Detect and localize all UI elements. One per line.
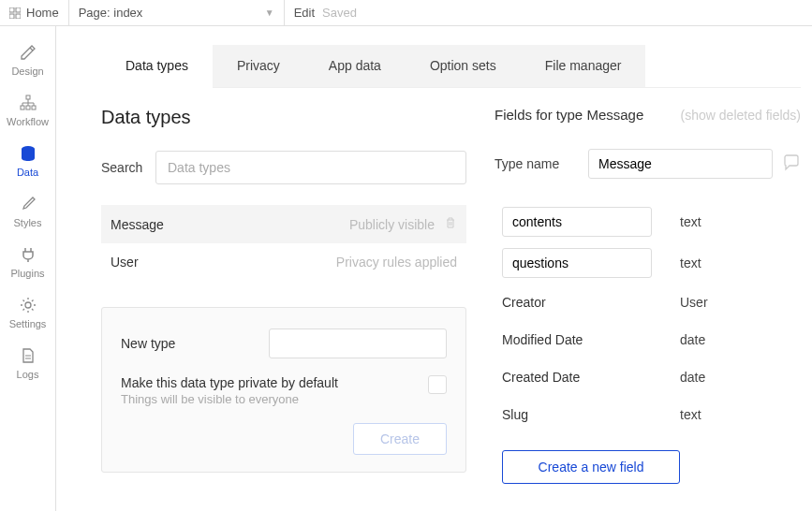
field-row: text <box>495 242 801 284</box>
sidebar-item-styles[interactable]: Styles <box>0 187 56 238</box>
svg-rect-2 <box>9 14 14 19</box>
comment-icon[interactable] <box>782 153 801 175</box>
page-label: Page: index <box>79 6 143 20</box>
sitemap-icon <box>19 94 37 112</box>
sidebar-item-label: Settings <box>9 318 47 329</box>
type-status: Privacy rules applied <box>336 255 457 270</box>
sidebar-item-data[interactable]: Data <box>0 137 56 187</box>
field-name-input[interactable] <box>502 207 652 237</box>
type-row-message[interactable]: Message Publicly visible <box>101 205 466 243</box>
trash-icon[interactable] <box>444 216 457 232</box>
saved-status: Saved <box>315 6 357 20</box>
sidebar-item-workflow[interactable]: Workflow <box>0 86 56 137</box>
field-type: text <box>680 407 701 422</box>
sidebar-item-plugins[interactable]: Plugins <box>0 238 56 288</box>
new-type-label: New type <box>121 336 175 351</box>
sidebar-item-label: Styles <box>14 217 42 228</box>
show-deleted-link[interactable]: (show deleted fields) <box>681 108 801 123</box>
brush-icon <box>19 195 37 213</box>
sidebar: Design Workflow Data Styles Plugins Sett… <box>0 26 56 511</box>
field-name: Created Date <box>502 364 661 390</box>
tab-file-manager[interactable]: File manager <box>521 45 646 87</box>
private-hint: Things will be visible to everyone <box>121 392 338 406</box>
field-name: Creator <box>502 289 661 315</box>
home-label: Home <box>26 6 59 20</box>
plug-icon <box>19 245 37 264</box>
home-button[interactable]: Home <box>0 0 69 26</box>
svg-rect-0 <box>9 7 14 12</box>
field-row: Creator User <box>495 284 801 321</box>
page-selector[interactable]: Page: index ▼ <box>69 0 285 26</box>
tabs: Data types Privacy App data Option sets … <box>101 45 801 88</box>
field-name-input[interactable] <box>502 248 652 278</box>
fields-title: Fields for type Message <box>495 107 643 123</box>
chevron-down-icon: ▼ <box>265 7 274 18</box>
svg-point-9 <box>25 302 31 308</box>
file-icon <box>19 346 37 365</box>
sidebar-item-label: Data <box>17 167 38 178</box>
svg-rect-1 <box>16 7 21 12</box>
tab-data-types[interactable]: Data types <box>101 45 213 88</box>
type-status: Publicly visible <box>349 217 435 232</box>
field-type: text <box>680 256 701 270</box>
create-button[interactable]: Create <box>353 423 447 455</box>
private-label: Make this data type private by default <box>121 375 338 390</box>
field-type: text <box>680 214 701 229</box>
sidebar-item-label: Workflow <box>7 116 49 127</box>
sidebar-item-logs[interactable]: Logs <box>0 339 56 389</box>
gear-icon <box>19 296 37 314</box>
private-checkbox[interactable] <box>428 375 447 394</box>
field-name: Slug <box>502 402 661 428</box>
tab-option-sets[interactable]: Option sets <box>406 45 521 87</box>
edit-label: Edit <box>294 6 315 20</box>
sidebar-item-settings[interactable]: Settings <box>0 288 56 339</box>
grid-icon <box>9 7 21 19</box>
field-row: Created Date date <box>495 358 801 396</box>
search-input[interactable] <box>155 151 466 184</box>
sidebar-item-label: Plugins <box>10 268 44 279</box>
tab-app-data[interactable]: App data <box>304 45 406 87</box>
new-type-input[interactable] <box>269 328 447 358</box>
field-type: date <box>680 370 705 385</box>
database-icon <box>19 144 37 163</box>
svg-rect-5 <box>21 106 24 110</box>
svg-rect-3 <box>16 14 21 19</box>
svg-rect-7 <box>32 106 36 110</box>
page-title: Data types <box>101 107 466 128</box>
type-name-label: Type name <box>495 156 579 171</box>
field-type: date <box>680 332 705 347</box>
svg-rect-4 <box>26 95 30 99</box>
create-field-button[interactable]: Create a new field <box>502 450 680 484</box>
pencil-ruler-icon <box>19 43 37 62</box>
field-row: Slug text <box>495 396 801 433</box>
sidebar-item-label: Logs <box>17 369 39 380</box>
tab-privacy[interactable]: Privacy <box>213 45 304 87</box>
field-row: text <box>495 201 801 242</box>
edit-button[interactable]: Edit Saved <box>285 0 366 26</box>
type-name-input[interactable] <box>588 149 773 179</box>
search-label: Search <box>101 160 155 175</box>
sidebar-item-design[interactable]: Design <box>0 36 56 86</box>
svg-rect-6 <box>26 106 30 110</box>
field-row: Modified Date date <box>495 321 801 358</box>
type-name: User <box>111 255 139 270</box>
new-type-panel: New type Make this data type private by … <box>101 307 466 473</box>
field-type: User <box>680 295 708 310</box>
sidebar-item-label: Design <box>11 66 43 77</box>
type-name: Message <box>111 217 164 232</box>
type-row-user[interactable]: User Privacy rules applied <box>101 243 466 281</box>
field-name: Modified Date <box>502 327 661 353</box>
